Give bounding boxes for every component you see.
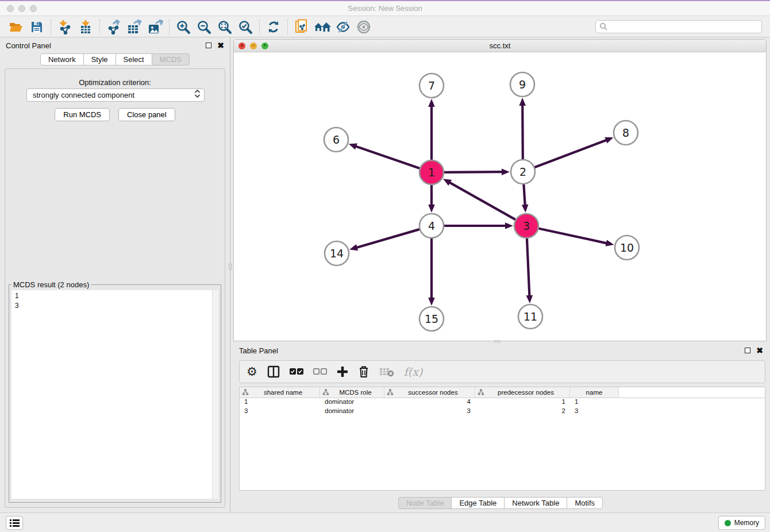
network-minimize-button[interactable]: − [250,43,257,49]
network-close-button[interactable]: × [238,43,245,49]
memory-button[interactable]: Memory [718,516,765,530]
network-graph[interactable]: 7968124314101511 [234,52,766,341]
run-mcds-button[interactable]: Run MCDS [55,108,110,121]
delete-column-icon[interactable] [358,364,369,380]
graph-edge-arrowhead [428,205,435,213]
graph-edge-3-11[interactable] [527,238,530,296]
table-cell[interactable]: 1 [240,398,320,407]
tab-style[interactable]: Style [83,53,116,65]
show-graphics-details-icon[interactable] [353,18,374,36]
table-cell[interactable]: 2 [475,407,570,417]
close-panel-button[interactable]: Close panel [118,108,175,121]
search-input[interactable] [595,20,762,33]
graph-edge-2-3[interactable] [523,184,525,206]
table-tabs: Node TableEdge TableNetwork TableMotifs [231,497,770,509]
optimization-criterion-dropdown[interactable]: strongly connected component [26,88,205,102]
graph-node-label-14: 14 [330,247,344,260]
tab-mcds[interactable]: MCDS [152,53,190,65]
table-options-icon[interactable]: ⚙ [247,364,257,380]
add-column-icon[interactable] [337,364,348,380]
open-session-icon[interactable] [6,18,26,36]
export-network-icon[interactable] [103,18,124,36]
table-cell[interactable]: 4 [384,398,475,407]
function-builder-icon[interactable]: f(x) [404,364,423,380]
graph-edge-arrowhead [428,99,435,107]
graph-node-label-9: 9 [519,78,526,91]
table-cell[interactable]: 3 [384,407,475,417]
table-cell[interactable]: 1 [475,398,570,407]
network-canvas[interactable]: 7968124314101511 [234,52,766,341]
result-scrollbar[interactable] [212,290,218,499]
apply-layout-icon[interactable] [263,18,284,36]
import-table-icon[interactable] [75,18,96,36]
zoom-fit-icon[interactable] [214,18,235,36]
tab-network-table[interactable]: Network Table [504,497,567,509]
table-cell[interactable]: dominator [320,398,384,407]
close-panel-icon[interactable]: ✖ [217,43,224,48]
dropdown-stepper-icon [194,89,201,102]
column-header-successor-nodes[interactable]: successor nodes [384,387,475,398]
import-network-icon[interactable] [55,18,75,36]
graph-edge-3-10[interactable] [538,228,607,243]
column-header-name[interactable]: name [570,387,619,398]
table-cell[interactable]: 3 [240,407,320,417]
graph-edge-arrowhead [502,168,510,175]
zoom-out-icon[interactable] [194,18,214,36]
graph-edge-2-9[interactable] [522,105,523,160]
graph-node-label-7: 7 [428,79,435,92]
column-header-MCDS-role[interactable]: MCDS role [320,387,384,398]
graph-edge-arrowhead [349,144,357,150]
select-all-icon[interactable] [290,364,303,380]
graph-edge-arrowhead [505,222,513,229]
main-toolbar [0,17,770,37]
network-maximize-button[interactable]: + [261,43,268,49]
maximize-window-button[interactable] [30,5,37,12]
column-header-shared-name[interactable]: shared name [240,387,320,398]
table-cell[interactable]: 1 [570,398,619,407]
graph-edge-arrowhead [526,295,533,303]
task-history-button[interactable] [6,516,23,530]
tab-select[interactable]: Select [116,53,152,65]
tab-network[interactable]: Network [40,53,84,65]
graph-edge-arrowhead [519,98,526,106]
graph-edge-arrowhead [349,244,358,250]
control-panel-header: Control Panel ✖ [0,37,230,53]
minimize-window-button[interactable] [18,5,25,12]
graph-edge-1-2[interactable] [444,172,503,172]
optimization-criterion-label: Optimization criterion: [5,78,225,87]
graph-node-label-4: 4 [428,219,435,232]
float-table-panel-icon[interactable] [745,348,750,353]
toolbar-separator [99,20,100,34]
graph-node-label-10: 10 [620,241,634,254]
mcds-result-list: 1 3 [11,290,218,499]
clear-table-icon[interactable] [379,364,394,380]
float-panel-icon[interactable] [206,43,211,48]
hide-graphics-details-icon[interactable] [333,18,353,36]
column-header-predecessor-nodes[interactable]: predecessor nodes [475,387,570,398]
column-tree-icon [478,389,484,396]
export-table-icon[interactable] [124,18,145,36]
graph-node-label-6: 6 [333,133,340,146]
table-cell[interactable]: dominator [320,407,384,417]
home-icon[interactable] [312,18,333,36]
tab-edge-table[interactable]: Edge Table [451,497,505,509]
show-columns-icon[interactable] [267,364,280,380]
graph-edge-2-8[interactable] [534,140,607,167]
tab-node-table[interactable]: Node Table [398,497,452,509]
export-image-icon[interactable] [145,18,165,36]
column-tree-icon [322,389,329,396]
zoom-selected-icon[interactable] [235,18,256,36]
graph-edge-1-6[interactable] [355,146,420,168]
zoom-in-icon[interactable] [173,18,194,36]
table-row[interactable]: 3dominator323 [240,407,765,417]
tab-motifs[interactable]: Motifs [567,497,603,509]
graph-edge-3-1[interactable] [449,182,515,220]
graph-edge-4-14[interactable] [356,229,420,248]
new-network-icon[interactable] [291,18,312,36]
close-window-button[interactable] [7,5,14,12]
deselect-all-icon[interactable] [313,364,327,380]
table-row[interactable]: 1dominator411 [240,398,765,407]
table-cell[interactable]: 3 [570,407,619,417]
save-session-icon[interactable] [26,18,47,36]
close-table-panel-icon[interactable]: ✖ [756,348,763,353]
